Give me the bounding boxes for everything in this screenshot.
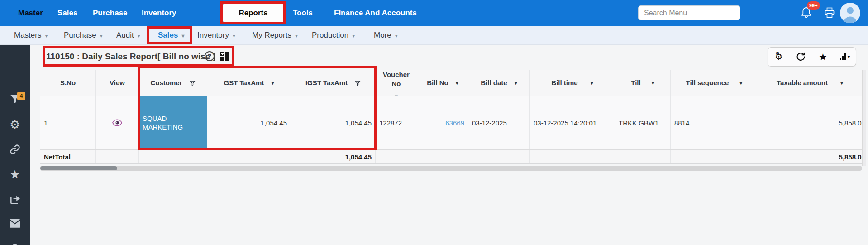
sort-caret-icon[interactable]: ▾ (456, 78, 458, 87)
column-header-bill-time[interactable]: Bill time▾ (530, 70, 615, 96)
column-label: Bill No (427, 78, 448, 87)
table-header-row: S.No View Customer GST TaxAmt▾ IGST TaxA… (40, 70, 862, 96)
subnav-masters[interactable]: Masters▾ (14, 26, 48, 45)
net-total-label: NetTotal (40, 150, 96, 163)
subnav-label: Inventory (197, 31, 229, 39)
net-total-empty (671, 150, 758, 163)
net-total-empty (468, 150, 530, 163)
column-label: View (110, 78, 125, 87)
column-header-bill-no[interactable]: Bill No▾ (417, 70, 468, 96)
help-icon[interactable]: ? (205, 51, 215, 61)
mail-icon[interactable] (0, 218, 30, 228)
settings-gears-button[interactable]: ⚙ ⚙ (768, 48, 790, 66)
column-label: GST TaxAmt (224, 78, 264, 87)
column-header-igst-taxamt[interactable]: IGST TaxAmt (291, 70, 376, 96)
sort-caret-icon[interactable]: ▾ (652, 78, 654, 87)
column-header-taxable-amount[interactable]: Taxable amount▾ (758, 70, 862, 96)
cell-sno: 1 (40, 96, 96, 149)
horizontal-scrollbar-track[interactable] (40, 166, 862, 171)
column-header-view[interactable]: View (96, 70, 139, 96)
column-label: Taxable amount (777, 78, 828, 87)
report-table: S.No View Customer GST TaxAmt▾ IGST TaxA… (40, 70, 862, 164)
dashboard-grid-icon[interactable] (220, 51, 230, 61)
column-header-bill-date[interactable]: Bill date▾ (468, 70, 530, 96)
column-label: S.No (60, 78, 76, 87)
subnav-inventory[interactable]: Inventory▾ (197, 26, 235, 45)
cell-bill-time: 03-12-2025 14:20:01 (530, 96, 615, 149)
net-total-empty (139, 150, 207, 163)
refresh-icon (796, 52, 806, 62)
topnav-finance[interactable]: FInance And Accounts (334, 0, 417, 26)
net-total-igst: 1,054.45 (291, 150, 376, 163)
sort-caret-icon[interactable]: ▾ (840, 78, 843, 87)
link-icon[interactable] (0, 144, 30, 155)
subnav-label: Sales (158, 31, 178, 39)
chevron-down-icon: ▾ (138, 33, 140, 39)
sort-caret-icon[interactable]: ▾ (271, 78, 274, 87)
column-label: Bill time (551, 78, 577, 87)
search-input[interactable] (638, 5, 740, 20)
net-total-empty (417, 150, 468, 163)
filter-icon[interactable] (0, 93, 30, 105)
chart-view-button[interactable]: ▾ (834, 48, 856, 66)
subnav-my-reports[interactable]: My Reports▾ (252, 26, 298, 45)
gear-small-icon: ⚙ (775, 51, 780, 56)
filter-funnel-icon[interactable] (355, 80, 361, 86)
gear-icon[interactable]: ⚙ (0, 119, 30, 130)
topnav-sales[interactable]: Sales (57, 0, 77, 26)
cell-view (96, 96, 139, 149)
refresh-button[interactable] (790, 48, 812, 66)
column-header-voucher-no[interactable]: Voucher No▾ (376, 70, 417, 96)
vertical-scrollbar[interactable] (862, 70, 866, 166)
subnav-label: Production (312, 31, 348, 39)
filter-funnel-icon[interactable] (190, 80, 196, 86)
column-header-till[interactable]: Till▾ (615, 70, 671, 96)
sort-caret-icon[interactable]: ▾ (739, 78, 742, 87)
view-eye-icon[interactable] (112, 119, 122, 126)
topnav-tools[interactable]: Tools (293, 0, 313, 26)
sort-caret-icon[interactable]: ▾ (395, 92, 397, 96)
net-total-empty (96, 150, 139, 163)
cell-customer-selected[interactable]: SQUAD MARKETING (139, 96, 207, 149)
forward-icon[interactable] (0, 193, 30, 205)
column-header-gst-taxamt[interactable]: GST TaxAmt▾ (207, 70, 291, 96)
chevron-down-icon: ▾ (45, 33, 48, 39)
net-total-empty (376, 150, 417, 163)
app-window: Master Sales Purchase Inventory Reports … (0, 0, 868, 245)
star-icon[interactable]: ★ (0, 168, 30, 180)
subnav-production[interactable]: Production▾ (312, 26, 355, 45)
cell-till: TRKK GBW1 (615, 96, 671, 149)
sort-caret-icon[interactable]: ▾ (515, 78, 517, 87)
filter-count-badge: 4 (17, 92, 25, 100)
subnav-label: Masters (14, 31, 41, 39)
subnav-purchase[interactable]: Purchase▾ (64, 26, 103, 45)
chevron-down-icon: ▾ (181, 33, 184, 39)
top-nav-bar: Master Sales Purchase Inventory Reports … (0, 0, 868, 26)
print-icon[interactable] (824, 7, 836, 19)
column-header-till-sequence[interactable]: Till sequence▾ (671, 70, 758, 96)
subnav-audit[interactable]: Audit▾ (116, 26, 140, 45)
topnav-master[interactable]: Master (18, 0, 43, 26)
user-avatar[interactable] (840, 3, 860, 23)
chevron-down-icon: ▾ (848, 54, 850, 60)
subnav-label: More (374, 31, 391, 39)
bill-no-link[interactable]: 63669 (445, 119, 464, 127)
chevron-down-icon: ▾ (100, 33, 103, 39)
favorite-button[interactable]: ★ (812, 48, 835, 66)
topnav-inventory[interactable]: Inventory (142, 0, 176, 26)
subnav-sales-active[interactable]: Sales▾ (158, 26, 184, 45)
clock-icon[interactable] (0, 243, 30, 245)
sort-caret-icon[interactable]: ▾ (591, 78, 593, 87)
subnav-more[interactable]: More▾ (374, 26, 398, 45)
topnav-purchase[interactable]: Purchase (93, 0, 128, 26)
column-header-sno[interactable]: S.No (40, 70, 96, 96)
topnav-reports-active[interactable]: Reports (223, 4, 283, 22)
left-sidebar: ⚙ ★ (0, 45, 30, 245)
column-label: Customer (150, 78, 182, 87)
horizontal-scrollbar-thumb[interactable] (40, 166, 117, 170)
bar-chart-icon (840, 53, 846, 60)
column-label: Till (631, 78, 640, 87)
report-toolbar: ⚙ ⚙ ★ ▾ (768, 47, 856, 67)
column-header-customer[interactable]: Customer (139, 70, 207, 96)
chevron-down-icon: ▾ (233, 33, 235, 39)
